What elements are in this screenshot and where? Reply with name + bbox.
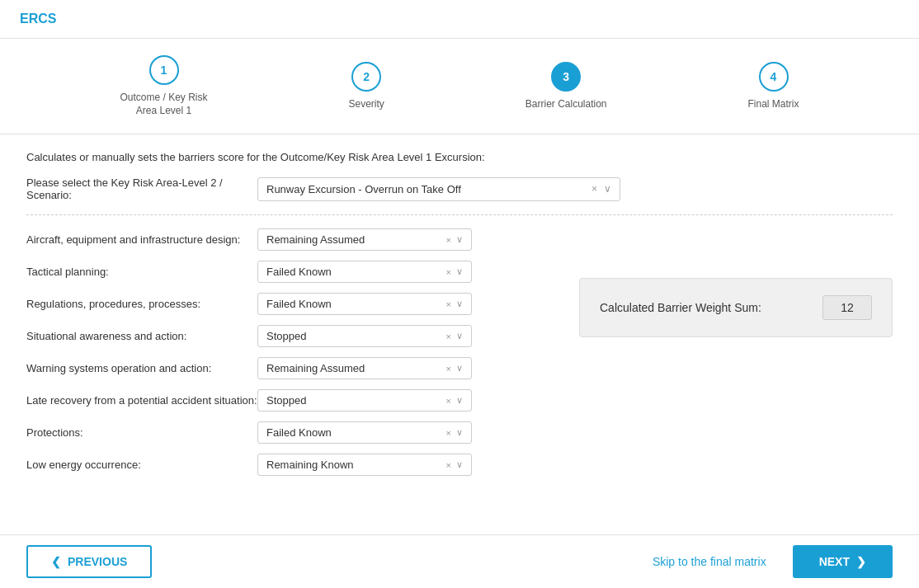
- barrier-select-7[interactable]: Remaining Known × ∨: [257, 454, 472, 476]
- step-4-label: Final Matrix: [748, 98, 799, 111]
- step-2-circle: 2: [351, 62, 381, 92]
- barrier-clear-icon-5[interactable]: ×: [446, 396, 451, 406]
- app-title: ERCS: [20, 12, 56, 26]
- barrier-weight-panel: Calculated Barrier Weight Sum: 12: [579, 228, 893, 486]
- stepper: 1 Outcome / Key RiskArea Level 1 2 Sever…: [0, 39, 919, 134]
- step-1-label: Outcome / Key RiskArea Level 1: [120, 92, 207, 117]
- barrier-label-6: Protections:: [26, 426, 257, 439]
- barrier-label-3: Situational awareness and action:: [26, 330, 257, 342]
- barrier-value-0: Remaining Assumed: [266, 233, 365, 246]
- divider: [26, 214, 893, 215]
- main-content: Calculates or manually sets the barriers…: [0, 134, 919, 502]
- scenario-clear-icon[interactable]: ×: [591, 183, 597, 195]
- barrier-select-3[interactable]: Stopped × ∨: [257, 325, 472, 347]
- barrier-clear-icon-1[interactable]: ×: [446, 267, 451, 277]
- barrier-clear-icon-7[interactable]: ×: [446, 460, 451, 470]
- step-1-circle: 1: [149, 55, 179, 85]
- barrier-label-0: Aircraft, equipment and infrastructure d…: [26, 233, 257, 246]
- barrier-value-2: Failed Known: [266, 298, 332, 310]
- step-3-circle: 3: [551, 62, 581, 92]
- step-2[interactable]: 2 Severity: [348, 62, 384, 111]
- barrier-row-4: Warning systems operation and action: Re…: [26, 357, 546, 379]
- barrier-label-5: Late recovery from a potential accident …: [26, 394, 257, 407]
- barrier-row-3: Situational awareness and action: Stoppe…: [26, 325, 546, 347]
- barrier-label-4: Warning systems operation and action:: [26, 362, 257, 374]
- barrier-row-0: Aircraft, equipment and infrastructure d…: [26, 228, 546, 251]
- barrier-row-5: Late recovery from a potential accident …: [26, 389, 546, 412]
- barrier-clear-icon-3[interactable]: ×: [446, 332, 451, 341]
- skip-button[interactable]: Skip to the final matrix: [653, 555, 766, 568]
- step-4[interactable]: 4 Final Matrix: [748, 62, 799, 111]
- header: ERCS: [0, 0, 919, 39]
- barrier-chevron-icon-3[interactable]: ∨: [456, 331, 463, 341]
- scenario-select-icons: × ∨: [591, 183, 611, 195]
- scenario-select-value: Runway Excursion - Overrun on Take Off: [266, 183, 461, 195]
- barrier-select-2[interactable]: Failed Known × ∨: [257, 293, 472, 315]
- barrier-value-6: Failed Known: [266, 426, 332, 439]
- barrier-row-7: Low energy occurrence: Remaining Known ×…: [26, 454, 546, 476]
- barrier-select-6[interactable]: Failed Known × ∨: [257, 421, 472, 444]
- footer: ❮ PREVIOUS Skip to the final matrix NEXT…: [0, 534, 919, 588]
- barrier-clear-icon-0[interactable]: ×: [446, 235, 451, 245]
- barrier-clear-icon-6[interactable]: ×: [446, 428, 451, 438]
- footer-right: Skip to the final matrix NEXT ❯: [653, 545, 893, 578]
- scenario-row: Please select the Key Risk Area-Level 2 …: [26, 176, 893, 201]
- page-description: Calculates or manually sets the barriers…: [26, 151, 893, 163]
- barrier-chevron-icon-7[interactable]: ∨: [456, 459, 463, 470]
- step-3-label: Barrier Calculation: [525, 98, 607, 111]
- barrier-select-1[interactable]: Failed Known × ∨: [257, 261, 472, 283]
- step-4-circle: 4: [759, 62, 789, 92]
- next-button[interactable]: NEXT ❯: [793, 545, 893, 578]
- barrier-select-0[interactable]: Remaining Assumed × ∨: [257, 228, 472, 251]
- barrier-value-1: Failed Known: [266, 266, 332, 278]
- previous-label: PREVIOUS: [68, 555, 127, 568]
- barrier-chevron-icon-2[interactable]: ∨: [456, 299, 463, 309]
- barrier-chevron-icon-1[interactable]: ∨: [456, 266, 463, 277]
- barrier-row-1: Tactical planning: Failed Known × ∨: [26, 261, 546, 283]
- barrier-value-5: Stopped: [266, 394, 306, 407]
- step-3[interactable]: 3 Barrier Calculation: [525, 62, 607, 111]
- barrier-chevron-icon-4[interactable]: ∨: [456, 363, 463, 374]
- barrier-value-3: Stopped: [266, 330, 306, 342]
- next-label: NEXT: [819, 555, 850, 568]
- barrier-label-1: Tactical planning:: [26, 266, 257, 278]
- barrier-clear-icon-2[interactable]: ×: [446, 299, 451, 309]
- barrier-chevron-icon-6[interactable]: ∨: [456, 427, 463, 438]
- barrier-label-7: Low energy occurrence:: [26, 459, 257, 471]
- barrier-value-4: Remaining Assumed: [266, 362, 365, 374]
- barrier-label-2: Regulations, procedures, processes:: [26, 298, 257, 310]
- calc-value: 12: [822, 295, 872, 320]
- calc-label: Calculated Barrier Weight Sum:: [600, 301, 761, 314]
- barriers-list: Aircraft, equipment and infrastructure d…: [26, 228, 546, 486]
- barrier-clear-icon-4[interactable]: ×: [446, 364, 451, 374]
- scenario-select[interactable]: Runway Excursion - Overrun on Take Off ×…: [257, 177, 620, 201]
- barrier-chevron-icon-0[interactable]: ∨: [456, 234, 463, 245]
- calc-box: Calculated Barrier Weight Sum: 12: [579, 278, 893, 337]
- chevron-left-icon: ❮: [51, 555, 61, 568]
- barrier-chevron-icon-5[interactable]: ∨: [456, 395, 463, 406]
- step-1[interactable]: 1 Outcome / Key RiskArea Level 1: [120, 55, 207, 117]
- scenario-label: Please select the Key Risk Area-Level 2 …: [26, 176, 257, 201]
- step-2-label: Severity: [348, 98, 384, 111]
- scenario-chevron-icon[interactable]: ∨: [604, 183, 611, 195]
- barrier-select-5[interactable]: Stopped × ∨: [257, 389, 472, 412]
- barriers-section: Aircraft, equipment and infrastructure d…: [26, 228, 893, 486]
- previous-button[interactable]: ❮ PREVIOUS: [26, 545, 152, 578]
- barrier-row-6: Protections: Failed Known × ∨: [26, 421, 546, 444]
- barrier-select-4[interactable]: Remaining Assumed × ∨: [257, 357, 472, 379]
- barrier-row-2: Regulations, procedures, processes: Fail…: [26, 293, 546, 315]
- barrier-value-7: Remaining Known: [266, 459, 354, 471]
- chevron-right-icon: ❯: [856, 555, 866, 568]
